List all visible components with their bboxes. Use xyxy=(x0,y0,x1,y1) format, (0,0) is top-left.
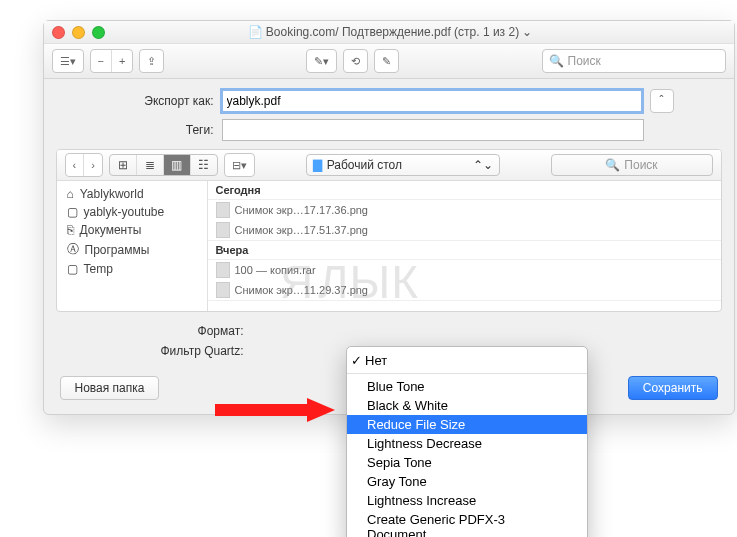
menu-item[interactable]: Black & White xyxy=(347,396,587,415)
group-today: Сегодня xyxy=(208,181,721,200)
doc-icon: ⎘ xyxy=(67,223,74,237)
group-yesterday: Вчера xyxy=(208,241,721,260)
zoom-icon[interactable] xyxy=(92,26,105,39)
gallery-view-icon[interactable]: ☷ xyxy=(191,155,217,175)
search-icon: 🔍 xyxy=(605,158,620,172)
file-list: Сегодня Снимок экр…17.17.36.png Снимок э… xyxy=(208,181,721,311)
view-mode-segment[interactable]: ⊞ ≣ ▥ ☷ xyxy=(109,154,218,176)
menu-item[interactable]: ✓Нет xyxy=(347,351,587,370)
zoom-segment[interactable]: −+ xyxy=(90,49,134,73)
menu-item[interactable]: Sepia Tone xyxy=(347,453,587,472)
file-item[interactable]: Снимок экр…11.29.37.png xyxy=(208,280,721,300)
location-label: Рабочий стол xyxy=(327,158,468,172)
collapse-button[interactable]: ˆ xyxy=(650,89,674,113)
filename-input[interactable] xyxy=(222,90,642,112)
check-icon: ✓ xyxy=(351,353,365,368)
annotate-button[interactable]: ✎▾ xyxy=(306,49,337,73)
format-label: Формат: xyxy=(104,324,244,338)
menu-item-selected[interactable]: Reduce File Size xyxy=(347,415,587,434)
quartz-filter-dropdown[interactable]: ✓Нет Blue Tone Black & White Reduce File… xyxy=(346,346,588,537)
file-icon xyxy=(216,262,230,278)
chevron-down-icon[interactable]: ⌄ xyxy=(522,25,532,39)
location-popup[interactable]: ▇ Рабочий стол ⌃⌄ xyxy=(306,154,500,176)
app-icon: Ⓐ xyxy=(67,241,79,258)
menu-item[interactable]: Lightness Increase xyxy=(347,491,587,510)
export-form: Экспорт как: ˆ Теги: xyxy=(104,89,674,141)
document-icon: 📄 xyxy=(248,25,266,39)
tags-label: Теги: xyxy=(104,123,214,137)
folder-icon: ▢ xyxy=(67,262,78,276)
app-toolbar: ☰▾ −+ ⇪ ✎▾ ⟲ ✎ 🔍 Поиск xyxy=(44,44,734,79)
sidebar-item-folder[interactable]: ▢yablyk-youtube xyxy=(57,203,207,221)
sidebar-item-temp[interactable]: ▢Temp xyxy=(57,260,207,278)
browser-toolbar: ‹› ⊞ ≣ ▥ ☷ ⊟▾ ▇ Рабочий стол ⌃⌄ 🔍 Поиск xyxy=(57,150,721,181)
close-icon[interactable] xyxy=(52,26,65,39)
sidebar-item-apps[interactable]: ⒶПрограммы xyxy=(57,239,207,260)
column-view-icon[interactable]: ▥ xyxy=(164,155,191,175)
search-icon: 🔍 xyxy=(549,54,564,68)
file-item[interactable]: Снимок экр…17.51.37.png xyxy=(208,220,721,240)
browser-search[interactable]: 🔍 Поиск xyxy=(551,154,713,176)
app-search[interactable]: 🔍 Поиск xyxy=(542,49,726,73)
icon-view-icon[interactable]: ⊞ xyxy=(110,155,137,175)
file-icon xyxy=(216,202,230,218)
updown-icon: ⌃⌄ xyxy=(473,158,493,172)
sidebar: ⌂Yablykworld ▢yablyk-youtube ⎘Документы … xyxy=(57,181,208,311)
save-button[interactable]: Сохранить xyxy=(628,376,718,400)
browser-search-placeholder: Поиск xyxy=(624,158,657,172)
nav-back-forward[interactable]: ‹› xyxy=(65,153,103,177)
home-icon: ⌂ xyxy=(67,187,74,201)
file-browser: ‹› ⊞ ≣ ▥ ☷ ⊟▾ ▇ Рабочий стол ⌃⌄ 🔍 Поиск xyxy=(56,149,722,312)
list-view-icon[interactable]: ≣ xyxy=(137,155,164,175)
minimize-icon[interactable] xyxy=(72,26,85,39)
folder-icon: ▢ xyxy=(67,205,78,219)
quartz-filter-label: Фильтр Quartz: xyxy=(104,344,244,358)
share-button[interactable]: ⇪ xyxy=(139,49,164,73)
annotation-arrow xyxy=(215,398,335,422)
group-menu[interactable]: ⊟▾ xyxy=(224,153,255,177)
new-folder-button[interactable]: Новая папка xyxy=(60,376,160,400)
tags-input[interactable] xyxy=(222,119,644,141)
sidebar-item-documents[interactable]: ⎘Документы xyxy=(57,221,207,239)
export-as-label: Экспорт как: xyxy=(104,94,214,108)
rotate-button[interactable]: ⟲ xyxy=(343,49,368,73)
sidebar-toggle[interactable]: ☰▾ xyxy=(52,49,84,73)
file-icon xyxy=(216,282,230,298)
sidebar-item-home[interactable]: ⌂Yablykworld xyxy=(57,185,207,203)
menu-item[interactable]: Blue Tone xyxy=(347,377,587,396)
file-icon xyxy=(216,222,230,238)
search-placeholder: Поиск xyxy=(568,54,601,68)
window-controls xyxy=(52,26,105,39)
menu-item[interactable]: Gray Tone xyxy=(347,472,587,491)
file-item[interactable]: 100 — копия.rar xyxy=(208,260,721,280)
file-item[interactable]: Снимок экр…17.17.36.png xyxy=(208,200,721,220)
window-title: 📄 Booking.com/ Подтверждение.pdf (стр. 1… xyxy=(105,25,676,39)
titlebar: 📄 Booking.com/ Подтверждение.pdf (стр. 1… xyxy=(44,21,734,44)
markup-button[interactable]: ✎ xyxy=(374,49,399,73)
menu-item[interactable]: Create Generic PDFX-3 Document xyxy=(347,510,587,537)
folder-icon: ▇ xyxy=(313,158,322,172)
menu-item[interactable]: Lightness Decrease xyxy=(347,434,587,453)
